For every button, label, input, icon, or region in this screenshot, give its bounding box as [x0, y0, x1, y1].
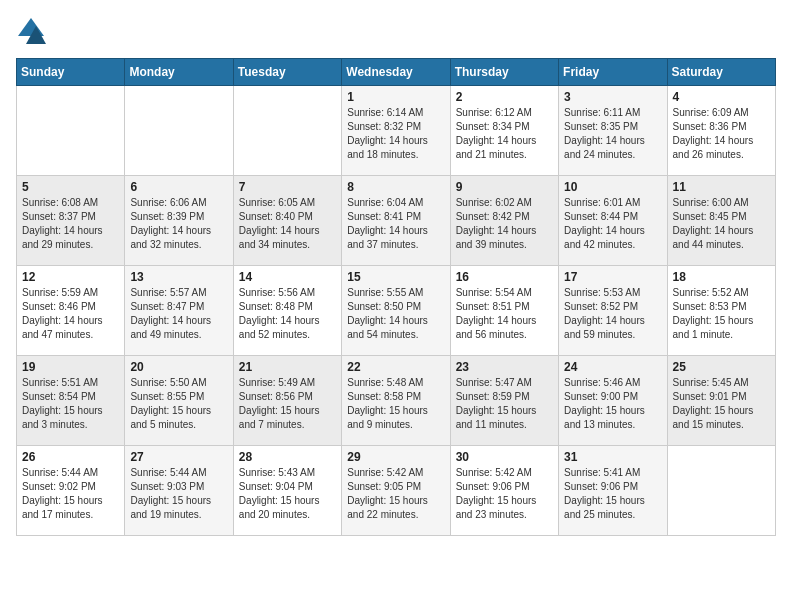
- calendar-cell: 26Sunrise: 5:44 AM Sunset: 9:02 PM Dayli…: [17, 446, 125, 536]
- day-number: 18: [673, 270, 770, 284]
- day-number: 19: [22, 360, 119, 374]
- calendar-week-row: 1Sunrise: 6:14 AM Sunset: 8:32 PM Daylig…: [17, 86, 776, 176]
- day-info: Sunrise: 5:41 AM Sunset: 9:06 PM Dayligh…: [564, 466, 661, 522]
- day-number: 31: [564, 450, 661, 464]
- calendar-cell: 1Sunrise: 6:14 AM Sunset: 8:32 PM Daylig…: [342, 86, 450, 176]
- column-header-tuesday: Tuesday: [233, 59, 341, 86]
- day-number: 4: [673, 90, 770, 104]
- day-number: 5: [22, 180, 119, 194]
- calendar-cell: 9Sunrise: 6:02 AM Sunset: 8:42 PM Daylig…: [450, 176, 558, 266]
- calendar-cell: 10Sunrise: 6:01 AM Sunset: 8:44 PM Dayli…: [559, 176, 667, 266]
- calendar-cell: 7Sunrise: 6:05 AM Sunset: 8:40 PM Daylig…: [233, 176, 341, 266]
- calendar-cell: 22Sunrise: 5:48 AM Sunset: 8:58 PM Dayli…: [342, 356, 450, 446]
- calendar-cell: [17, 86, 125, 176]
- day-number: 8: [347, 180, 444, 194]
- day-number: 1: [347, 90, 444, 104]
- calendar-cell: [667, 446, 775, 536]
- day-info: Sunrise: 5:54 AM Sunset: 8:51 PM Dayligh…: [456, 286, 553, 342]
- calendar-cell: 21Sunrise: 5:49 AM Sunset: 8:56 PM Dayli…: [233, 356, 341, 446]
- calendar-cell: 29Sunrise: 5:42 AM Sunset: 9:05 PM Dayli…: [342, 446, 450, 536]
- calendar-cell: 4Sunrise: 6:09 AM Sunset: 8:36 PM Daylig…: [667, 86, 775, 176]
- day-info: Sunrise: 6:02 AM Sunset: 8:42 PM Dayligh…: [456, 196, 553, 252]
- column-header-saturday: Saturday: [667, 59, 775, 86]
- calendar-cell: 12Sunrise: 5:59 AM Sunset: 8:46 PM Dayli…: [17, 266, 125, 356]
- day-number: 2: [456, 90, 553, 104]
- day-info: Sunrise: 5:50 AM Sunset: 8:55 PM Dayligh…: [130, 376, 227, 432]
- day-number: 17: [564, 270, 661, 284]
- calendar-cell: 6Sunrise: 6:06 AM Sunset: 8:39 PM Daylig…: [125, 176, 233, 266]
- day-info: Sunrise: 5:43 AM Sunset: 9:04 PM Dayligh…: [239, 466, 336, 522]
- day-number: 26: [22, 450, 119, 464]
- logo-icon: [16, 16, 46, 46]
- calendar-cell: 30Sunrise: 5:42 AM Sunset: 9:06 PM Dayli…: [450, 446, 558, 536]
- day-number: 20: [130, 360, 227, 374]
- day-info: Sunrise: 6:11 AM Sunset: 8:35 PM Dayligh…: [564, 106, 661, 162]
- calendar-week-row: 5Sunrise: 6:08 AM Sunset: 8:37 PM Daylig…: [17, 176, 776, 266]
- calendar-cell: 14Sunrise: 5:56 AM Sunset: 8:48 PM Dayli…: [233, 266, 341, 356]
- calendar-cell: 27Sunrise: 5:44 AM Sunset: 9:03 PM Dayli…: [125, 446, 233, 536]
- calendar-cell: 13Sunrise: 5:57 AM Sunset: 8:47 PM Dayli…: [125, 266, 233, 356]
- day-info: Sunrise: 6:12 AM Sunset: 8:34 PM Dayligh…: [456, 106, 553, 162]
- day-info: Sunrise: 5:48 AM Sunset: 8:58 PM Dayligh…: [347, 376, 444, 432]
- calendar-cell: 16Sunrise: 5:54 AM Sunset: 8:51 PM Dayli…: [450, 266, 558, 356]
- day-number: 24: [564, 360, 661, 374]
- calendar-header-row: SundayMondayTuesdayWednesdayThursdayFrid…: [17, 59, 776, 86]
- day-info: Sunrise: 5:44 AM Sunset: 9:03 PM Dayligh…: [130, 466, 227, 522]
- day-info: Sunrise: 5:47 AM Sunset: 8:59 PM Dayligh…: [456, 376, 553, 432]
- column-header-monday: Monday: [125, 59, 233, 86]
- calendar-cell: [125, 86, 233, 176]
- day-number: 10: [564, 180, 661, 194]
- day-number: 12: [22, 270, 119, 284]
- calendar-cell: [233, 86, 341, 176]
- day-number: 27: [130, 450, 227, 464]
- day-info: Sunrise: 5:57 AM Sunset: 8:47 PM Dayligh…: [130, 286, 227, 342]
- day-info: Sunrise: 5:42 AM Sunset: 9:06 PM Dayligh…: [456, 466, 553, 522]
- day-number: 16: [456, 270, 553, 284]
- day-info: Sunrise: 6:08 AM Sunset: 8:37 PM Dayligh…: [22, 196, 119, 252]
- calendar-cell: 5Sunrise: 6:08 AM Sunset: 8:37 PM Daylig…: [17, 176, 125, 266]
- calendar-cell: 23Sunrise: 5:47 AM Sunset: 8:59 PM Dayli…: [450, 356, 558, 446]
- day-info: Sunrise: 6:04 AM Sunset: 8:41 PM Dayligh…: [347, 196, 444, 252]
- day-info: Sunrise: 5:55 AM Sunset: 8:50 PM Dayligh…: [347, 286, 444, 342]
- calendar-week-row: 26Sunrise: 5:44 AM Sunset: 9:02 PM Dayli…: [17, 446, 776, 536]
- day-number: 7: [239, 180, 336, 194]
- calendar-table: SundayMondayTuesdayWednesdayThursdayFrid…: [16, 58, 776, 536]
- page-header: [16, 16, 776, 46]
- column-header-wednesday: Wednesday: [342, 59, 450, 86]
- day-number: 15: [347, 270, 444, 284]
- day-number: 22: [347, 360, 444, 374]
- calendar-cell: 24Sunrise: 5:46 AM Sunset: 9:00 PM Dayli…: [559, 356, 667, 446]
- day-number: 9: [456, 180, 553, 194]
- day-number: 6: [130, 180, 227, 194]
- day-info: Sunrise: 6:01 AM Sunset: 8:44 PM Dayligh…: [564, 196, 661, 252]
- calendar-cell: 15Sunrise: 5:55 AM Sunset: 8:50 PM Dayli…: [342, 266, 450, 356]
- calendar-cell: 20Sunrise: 5:50 AM Sunset: 8:55 PM Dayli…: [125, 356, 233, 446]
- day-number: 29: [347, 450, 444, 464]
- calendar-cell: 28Sunrise: 5:43 AM Sunset: 9:04 PM Dayli…: [233, 446, 341, 536]
- day-info: Sunrise: 5:52 AM Sunset: 8:53 PM Dayligh…: [673, 286, 770, 342]
- calendar-cell: 8Sunrise: 6:04 AM Sunset: 8:41 PM Daylig…: [342, 176, 450, 266]
- day-info: Sunrise: 5:53 AM Sunset: 8:52 PM Dayligh…: [564, 286, 661, 342]
- calendar-week-row: 12Sunrise: 5:59 AM Sunset: 8:46 PM Dayli…: [17, 266, 776, 356]
- calendar-cell: 2Sunrise: 6:12 AM Sunset: 8:34 PM Daylig…: [450, 86, 558, 176]
- column-header-thursday: Thursday: [450, 59, 558, 86]
- day-number: 30: [456, 450, 553, 464]
- day-info: Sunrise: 5:44 AM Sunset: 9:02 PM Dayligh…: [22, 466, 119, 522]
- calendar-cell: 18Sunrise: 5:52 AM Sunset: 8:53 PM Dayli…: [667, 266, 775, 356]
- day-number: 3: [564, 90, 661, 104]
- day-number: 11: [673, 180, 770, 194]
- day-info: Sunrise: 5:59 AM Sunset: 8:46 PM Dayligh…: [22, 286, 119, 342]
- calendar-cell: 3Sunrise: 6:11 AM Sunset: 8:35 PM Daylig…: [559, 86, 667, 176]
- column-header-friday: Friday: [559, 59, 667, 86]
- column-header-sunday: Sunday: [17, 59, 125, 86]
- day-info: Sunrise: 5:49 AM Sunset: 8:56 PM Dayligh…: [239, 376, 336, 432]
- calendar-cell: 31Sunrise: 5:41 AM Sunset: 9:06 PM Dayli…: [559, 446, 667, 536]
- calendar-week-row: 19Sunrise: 5:51 AM Sunset: 8:54 PM Dayli…: [17, 356, 776, 446]
- day-info: Sunrise: 5:45 AM Sunset: 9:01 PM Dayligh…: [673, 376, 770, 432]
- day-number: 13: [130, 270, 227, 284]
- calendar-cell: 11Sunrise: 6:00 AM Sunset: 8:45 PM Dayli…: [667, 176, 775, 266]
- day-number: 25: [673, 360, 770, 374]
- day-number: 21: [239, 360, 336, 374]
- calendar-cell: 19Sunrise: 5:51 AM Sunset: 8:54 PM Dayli…: [17, 356, 125, 446]
- day-number: 14: [239, 270, 336, 284]
